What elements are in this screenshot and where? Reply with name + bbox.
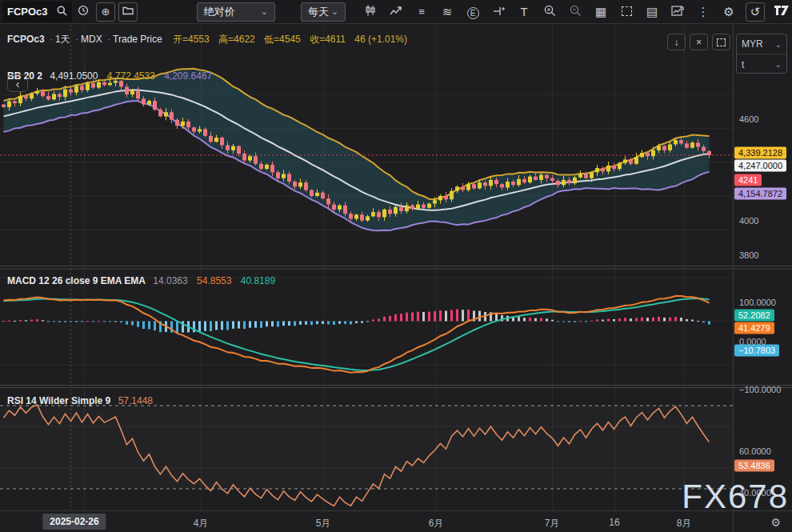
macd-histogram-bar xyxy=(590,321,593,322)
macd-histogram-bar xyxy=(702,322,705,323)
candle-body xyxy=(259,164,263,169)
candle-body xyxy=(142,98,146,104)
candle-body xyxy=(478,182,482,188)
macd-histogram-bar xyxy=(176,322,178,334)
candle-body xyxy=(444,196,448,199)
candle-body xyxy=(472,184,476,188)
macd-histogram-bar xyxy=(215,322,218,330)
candle-body xyxy=(584,174,588,178)
zoom-out-button[interactable] xyxy=(565,5,586,19)
candle-body xyxy=(248,156,252,160)
candle-body xyxy=(640,153,644,157)
candle-body xyxy=(394,207,398,214)
maximize-pane-button[interactable]: × xyxy=(690,34,708,50)
zoom-in-button[interactable] xyxy=(539,5,560,19)
undo-button[interactable]: ↺ xyxy=(746,2,765,22)
candle-body xyxy=(662,146,666,150)
price-label-chip: 4,247.0000 xyxy=(734,160,786,172)
candle-body xyxy=(86,83,90,90)
macd-histogram-bar xyxy=(221,322,223,330)
macd-histogram-bar xyxy=(344,322,346,324)
compare-chart-button[interactable] xyxy=(386,5,406,19)
macd-histogram-bar xyxy=(467,310,470,322)
macd-histogram-bar xyxy=(697,321,699,322)
candle-body xyxy=(466,184,470,190)
top-toolbar: FCPOc3 ⊕ 绝对价 ⌄ 每天 ⌄ xyxy=(0,0,792,24)
macd-histogram-bar xyxy=(596,319,598,321)
candle-body xyxy=(433,200,437,203)
macd-histogram-bar xyxy=(652,318,654,322)
candle-body xyxy=(674,140,678,144)
arrow-down-icon: ↓ xyxy=(674,37,679,48)
macd-label-chip: 52.2082 xyxy=(734,310,774,322)
macd-histogram-bar xyxy=(30,320,33,322)
text-tool-button[interactable]: T xyxy=(514,5,534,18)
clock-icon xyxy=(78,5,89,18)
candle-body xyxy=(231,146,235,150)
more-options-button[interactable]: ⋮ xyxy=(693,5,714,19)
price-tick: 4000 xyxy=(739,216,758,226)
candle-body xyxy=(382,210,386,218)
circled-e-icon: E xyxy=(467,7,479,19)
fullscreen-button[interactable] xyxy=(712,34,730,50)
macd-histogram-bar xyxy=(641,318,643,322)
interval-dropdown[interactable]: 每天 ⌄ xyxy=(301,2,346,22)
measure-button[interactable] xyxy=(488,5,509,19)
legend-collapse-button[interactable]: ‹ xyxy=(7,74,28,92)
plus-circle-icon: ⊕ xyxy=(101,6,110,18)
layers-button[interactable]: ≡ xyxy=(411,6,432,18)
trading-terminal: FCPOc3 ⊕ 绝对价 ⌄ 每天 ⌄ xyxy=(0,0,792,532)
candlestick-style-button[interactable] xyxy=(360,4,381,19)
legend-interval[interactable]: 1天 xyxy=(55,34,70,45)
macd-histogram-bar xyxy=(406,313,408,322)
macd-histogram-bar xyxy=(25,320,27,321)
watchlist-folder-button[interactable] xyxy=(118,2,138,22)
economic-events-button[interactable]: E xyxy=(462,5,483,19)
settings-gear-button[interactable]: ⚙ xyxy=(718,5,739,19)
macd-label-chip: 41.4279 xyxy=(734,322,774,334)
unit-selector[interactable]: t ⌄ xyxy=(737,54,786,74)
candle-body xyxy=(35,91,39,94)
candle-body xyxy=(326,198,330,204)
candle-body xyxy=(91,83,95,87)
macd-histogram-bar xyxy=(585,322,587,322)
price-type-value: 绝对价 xyxy=(204,5,235,19)
scroll-to-recent-button[interactable]: ↓ xyxy=(667,34,686,50)
legend-symbol[interactable]: FCPOc3 xyxy=(7,34,45,45)
screenshot-button[interactable] xyxy=(616,5,637,18)
legend-high: 高=4622 xyxy=(218,34,255,45)
macd-histogram-bar xyxy=(64,322,66,322)
macd-histogram-bar xyxy=(86,321,89,322)
price-type-dropdown[interactable]: 绝对价 ⌄ xyxy=(197,2,275,22)
chevron-down-icon: ⌄ xyxy=(261,6,268,17)
notes-button[interactable]: ▤ xyxy=(642,5,662,19)
indicators-button[interactable]: ≋ xyxy=(437,5,458,19)
legend-exchange: MDX xyxy=(81,34,102,45)
add-symbol-button[interactable]: ⊕ xyxy=(96,2,115,22)
macd-histogram-bar xyxy=(266,322,268,327)
table-view-button[interactable]: ▦ xyxy=(590,5,611,19)
time-scale-settings-button[interactable]: ⚙ xyxy=(770,516,781,529)
publish-chart-button[interactable] xyxy=(667,5,688,19)
macd-histogram-bar xyxy=(198,322,201,331)
macd-histogram-bar xyxy=(579,321,582,322)
macd-histogram-bar xyxy=(338,322,341,324)
rsi-title[interactable]: RSI 14 Wilder Simple 9 xyxy=(7,395,110,406)
macd-histogram-bar xyxy=(210,322,212,331)
macd-histogram-bar xyxy=(546,318,548,321)
candle-body xyxy=(511,182,515,185)
time-scale[interactable]: 2025-02-26 ⚙ 4月5月6月7月168月 xyxy=(0,510,792,532)
tradingview-logo[interactable] xyxy=(771,5,792,18)
macd-title[interactable]: MACD 12 26 close 9 EMA EMA xyxy=(7,275,146,286)
macd-histogram-bar xyxy=(109,322,111,322)
legend-series-type: Trade Price xyxy=(113,34,162,45)
macd-histogram-bar xyxy=(271,322,274,327)
legend-open: 开=4553 xyxy=(173,34,210,45)
candle-body xyxy=(46,96,50,99)
candle-body xyxy=(293,182,297,186)
macd-histogram-bar xyxy=(47,322,50,322)
currency-selector[interactable]: MYR ⌄ xyxy=(737,34,786,54)
chevron-down-icon: ⌄ xyxy=(775,60,782,69)
symbol-search-input[interactable]: FCPOc3 xyxy=(2,2,72,22)
history-clock-button[interactable] xyxy=(74,2,93,22)
